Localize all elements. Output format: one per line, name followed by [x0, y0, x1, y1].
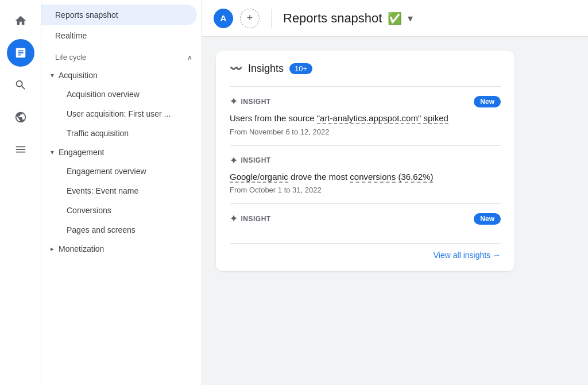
insight-conversions-underline: conversions: [350, 172, 396, 183]
acquisition-arrow: ▾: [51, 71, 54, 79]
topbar: A + Reports snapshot ✅ ▾: [202, 0, 588, 37]
sparkle-icon-2: ✦: [230, 155, 238, 166]
verified-icon: ✅: [388, 11, 402, 25]
insight-date-1: From November 6 to 12, 2022: [230, 128, 501, 136]
insight-title-1: Users from the source "art-analytics.app…: [230, 112, 501, 125]
lifecycle-label: Life cycle: [55, 53, 86, 61]
configure-nav-item[interactable]: [7, 136, 34, 163]
insight-row-1: ✦ INSIGHT New: [230, 96, 501, 107]
insights-title: Insights: [248, 63, 284, 75]
sidebar: Reports snapshot Realtime Life cycle ∧ ▾…: [41, 0, 202, 385]
sparkle-icon-1: ✦: [230, 96, 238, 107]
main-content: A + Reports snapshot ✅ ▾ 〰️ Insights 10+…: [202, 0, 588, 385]
add-property-button[interactable]: +: [240, 9, 260, 28]
sidebar-item-pages-screens[interactable]: Pages and screens: [41, 220, 197, 240]
content-area: 〰️ Insights 10+ ✦ INSIGHT New Users from…: [202, 37, 588, 385]
insight-item-1: ✦ INSIGHT New Users from the source "art…: [230, 86, 501, 145]
monetization-label: Monetization: [59, 244, 104, 253]
insight-title-2: Google/organic drove the most conversion…: [230, 171, 501, 184]
sidebar-item-user-acquisition[interactable]: User acquisition: First user ...: [41, 104, 197, 124]
sidebar-item-conversions[interactable]: Conversions: [41, 201, 197, 220]
sidebar-item-traffic-acquisition[interactable]: Traffic acquisition: [41, 124, 197, 143]
insight-date-2: From October 1 to 31, 2022: [230, 186, 501, 194]
engagement-arrow: ▾: [51, 148, 54, 156]
insight-tag-label-3: INSIGHT: [241, 215, 271, 223]
acquisition-group[interactable]: ▾ Acquisition: [41, 66, 202, 84]
insight-tag-1: ✦ INSIGHT: [230, 96, 271, 107]
insight-tag-label-1: INSIGHT: [241, 98, 271, 106]
insight-spiked-underline: spiked: [423, 113, 448, 124]
insight-source-underline: "art-analytics.appspot.com": [317, 113, 421, 124]
engagement-group[interactable]: ▾ Engagement: [41, 143, 202, 161]
view-all-insights-button[interactable]: View all insights →: [230, 243, 501, 260]
sidebar-item-events[interactable]: Events: Event name: [41, 181, 197, 201]
insight-percent-underline: (36.62%): [399, 172, 434, 183]
explore-nav-item[interactable]: [7, 71, 34, 99]
sidebar-item-reports-snapshot[interactable]: Reports snapshot: [41, 5, 197, 25]
insights-trend-icon: 〰️: [230, 62, 242, 75]
insights-card: 〰️ Insights 10+ ✦ INSIGHT New Users from…: [216, 51, 514, 271]
icon-navigation: [0, 0, 41, 385]
acquisition-label: Acquisition: [59, 71, 98, 80]
insight-tag-label-2: INSIGHT: [241, 156, 271, 164]
insight-tag-2: ✦ INSIGHT: [230, 155, 271, 166]
monetization-group[interactable]: ▸ Monetization: [41, 240, 202, 258]
insight-organic-underline: Google/organic: [230, 172, 288, 183]
insight-row-2: ✦ INSIGHT: [230, 155, 501, 166]
insights-card-header: 〰️ Insights 10+: [230, 62, 501, 75]
insight-tag-3: ✦ INSIGHT: [230, 213, 271, 224]
sparkle-icon-3: ✦: [230, 213, 238, 224]
monetization-arrow: ▸: [51, 245, 54, 253]
topbar-divider: [271, 9, 272, 28]
lifecycle-section-header[interactable]: Life cycle ∧: [41, 46, 202, 66]
insight-item-3: ✦ INSIGHT New: [230, 203, 501, 238]
user-avatar[interactable]: A: [214, 9, 233, 28]
advertising-nav-item[interactable]: [7, 103, 34, 131]
insights-count-badge: 10+: [289, 63, 312, 74]
sidebar-item-engagement-overview[interactable]: Engagement overview: [41, 161, 197, 181]
insight-item-2: ✦ INSIGHT Google/organic drove the most …: [230, 145, 501, 204]
lifecycle-chevron: ∧: [187, 53, 192, 61]
sidebar-item-acquisition-overview[interactable]: Acquisition overview: [41, 84, 197, 104]
title-dropdown-arrow[interactable]: ▾: [408, 12, 413, 25]
new-badge-1: New: [474, 96, 501, 107]
reports-nav-item[interactable]: [7, 39, 34, 67]
new-badge-3: New: [474, 213, 501, 225]
home-nav-item[interactable]: [7, 7, 34, 34]
engagement-label: Engagement: [59, 148, 104, 157]
insight-row-3: ✦ INSIGHT New: [230, 213, 501, 225]
page-title-bar: Reports snapshot ✅ ▾: [283, 11, 577, 26]
sidebar-item-realtime[interactable]: Realtime: [41, 25, 197, 46]
page-title: Reports snapshot: [283, 11, 382, 26]
